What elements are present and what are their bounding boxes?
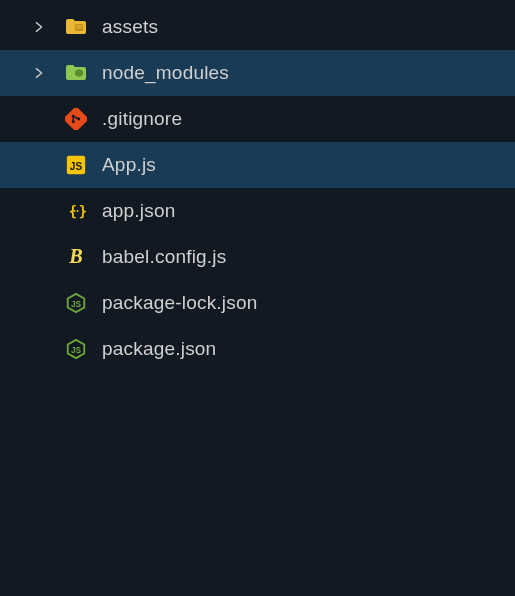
svg-rect-1 bbox=[76, 26, 82, 27]
chevron-right-icon bbox=[30, 18, 48, 36]
svg-text:JS: JS bbox=[70, 161, 83, 172]
git-icon bbox=[64, 107, 88, 131]
tree-item-file-app-json[interactable]: { } app.json bbox=[0, 188, 515, 234]
tree-item-file-babel-config[interactable]: B babel.config.js bbox=[0, 234, 515, 280]
tree-item-file-gitignore[interactable]: .gitignore bbox=[0, 96, 515, 142]
tree-item-label: .gitignore bbox=[102, 108, 182, 130]
nodejs-icon: JS bbox=[64, 291, 88, 315]
tree-item-label: package.json bbox=[102, 338, 216, 360]
json-icon: { } bbox=[64, 199, 88, 223]
babel-icon: B bbox=[64, 245, 88, 269]
svg-rect-2 bbox=[76, 28, 82, 29]
tree-item-label: App.js bbox=[102, 154, 156, 176]
tree-item-label: node_modules bbox=[102, 62, 229, 84]
nodejs-icon: JS bbox=[64, 337, 88, 361]
tree-item-label: assets bbox=[102, 16, 158, 38]
svg-rect-4 bbox=[65, 108, 87, 130]
folder-node-icon bbox=[64, 61, 88, 85]
svg-text:JS: JS bbox=[71, 300, 82, 309]
svg-text:B: B bbox=[68, 246, 82, 267]
tree-item-label: app.json bbox=[102, 200, 175, 222]
tree-item-folder-assets[interactable]: assets bbox=[0, 4, 515, 50]
svg-point-15 bbox=[77, 210, 79, 212]
folder-assets-icon bbox=[64, 15, 88, 39]
tree-item-label: package-lock.json bbox=[102, 292, 257, 314]
svg-text:{: { bbox=[69, 203, 77, 219]
svg-text:JS: JS bbox=[71, 346, 82, 355]
tree-item-file-package-lock[interactable]: JS package-lock.json bbox=[0, 280, 515, 326]
js-icon: JS bbox=[64, 153, 88, 177]
file-tree: assets node_modules .gitignore bbox=[0, 0, 515, 372]
tree-item-label: babel.config.js bbox=[102, 246, 226, 268]
tree-item-file-package-json[interactable]: JS package.json bbox=[0, 326, 515, 372]
tree-item-folder-node-modules[interactable]: node_modules bbox=[0, 50, 515, 96]
tree-item-file-app-js[interactable]: JS App.js bbox=[0, 142, 515, 188]
chevron-right-icon bbox=[30, 64, 48, 82]
svg-point-14 bbox=[73, 210, 75, 212]
svg-text:}: } bbox=[79, 203, 87, 219]
